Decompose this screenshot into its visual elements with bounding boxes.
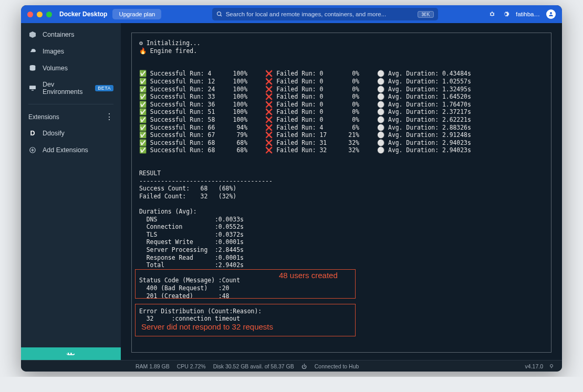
search-icon bbox=[216, 11, 223, 17]
svg-rect-10 bbox=[29, 86, 36, 89]
search-input[interactable]: Search for local and remote images, cont… bbox=[212, 8, 438, 20]
dev-env-icon bbox=[28, 84, 37, 92]
main-content: ⚙ Initializing... 🔥 Engine fired. ✅ Succ… bbox=[121, 23, 562, 360]
add-icon bbox=[28, 146, 37, 154]
svg-rect-11 bbox=[32, 90, 34, 90]
sidebar-item-containers[interactable]: Containers bbox=[21, 26, 121, 43]
plug-icon: ⏻ bbox=[301, 363, 307, 369]
status-hub: Connected to Hub bbox=[315, 363, 359, 369]
images-label: Images bbox=[43, 48, 64, 55]
sidebar-divider bbox=[28, 104, 113, 104]
app-title: Docker Desktop bbox=[59, 10, 107, 18]
volumes-icon bbox=[28, 64, 37, 72]
whale-icon bbox=[65, 349, 77, 358]
close-window[interactable] bbox=[27, 12, 33, 17]
terminal-output[interactable]: ⚙ Initializing... 🔥 Engine fired. ✅ Succ… bbox=[131, 33, 551, 353]
maximize-window[interactable] bbox=[46, 12, 52, 17]
statusbar: RAM 1.89 GB CPU 2.72% Disk 30.52 GB avai… bbox=[21, 360, 562, 372]
search-placeholder: Search for local and remote images, cont… bbox=[226, 11, 387, 17]
sidebar-item-ddosify[interactable]: D Ddosify bbox=[21, 125, 121, 142]
add-ext-label: Add Extensions bbox=[43, 146, 88, 154]
annotation-label-2: Server did not respond to 32 requests bbox=[141, 322, 273, 331]
sidebar-item-add-ext[interactable]: Add Extensions bbox=[21, 142, 121, 158]
svg-point-2 bbox=[491, 13, 494, 16]
status-ram: RAM 1.89 GB bbox=[136, 363, 170, 369]
status-version: v4.17.0 bbox=[525, 363, 543, 369]
gear-icon[interactable] bbox=[502, 10, 509, 18]
sidebar-item-images[interactable]: Images bbox=[21, 43, 121, 60]
svg-point-15 bbox=[550, 364, 553, 367]
sidebar-item-dev-env[interactable]: Dev Environments BETA bbox=[21, 77, 121, 100]
beta-badge: BETA bbox=[95, 85, 113, 91]
ddosify-label: Ddosify bbox=[43, 130, 65, 137]
annotation-label-1: 48 users created bbox=[279, 271, 338, 280]
images-icon bbox=[28, 47, 37, 56]
sidebar: Containers Images Volumes Dev Environmen… bbox=[21, 23, 121, 360]
terminal-text: ⚙ Initializing... 🔥 Engine fired. ✅ Succ… bbox=[139, 39, 544, 323]
avatar[interactable] bbox=[546, 9, 556, 19]
minimize-window[interactable] bbox=[37, 12, 43, 17]
window-controls bbox=[27, 12, 52, 17]
dev-env-label: Dev Environments bbox=[43, 81, 87, 96]
volumes-label: Volumes bbox=[43, 65, 68, 72]
ddosify-icon: D bbox=[28, 129, 37, 137]
titlebar: Docker Desktop Upgrade plan Search for l… bbox=[21, 5, 562, 23]
svg-point-8 bbox=[550, 12, 552, 14]
containers-label: Containers bbox=[43, 31, 74, 38]
status-disk: Disk 30.52 GB avail. of 58.37 GB bbox=[213, 363, 294, 369]
user-name[interactable]: fatihba… bbox=[516, 11, 540, 17]
app-window: Docker Desktop Upgrade plan Search for l… bbox=[21, 5, 562, 372]
containers-icon bbox=[28, 30, 37, 39]
bug-icon[interactable] bbox=[488, 10, 496, 18]
feedback-icon[interactable] bbox=[548, 363, 555, 369]
svg-point-0 bbox=[217, 12, 221, 16]
sidebar-footer[interactable] bbox=[21, 347, 121, 360]
svg-line-1 bbox=[220, 15, 222, 17]
extensions-heading: Extensions bbox=[28, 113, 59, 121]
sidebar-item-volumes[interactable]: Volumes bbox=[21, 60, 121, 77]
status-cpu: CPU 2.72% bbox=[177, 363, 206, 369]
search-shortcut: ⌘K bbox=[418, 11, 434, 18]
extensions-menu[interactable]: ⋮ bbox=[105, 112, 113, 122]
upgrade-plan-button[interactable]: Upgrade plan bbox=[112, 9, 161, 19]
